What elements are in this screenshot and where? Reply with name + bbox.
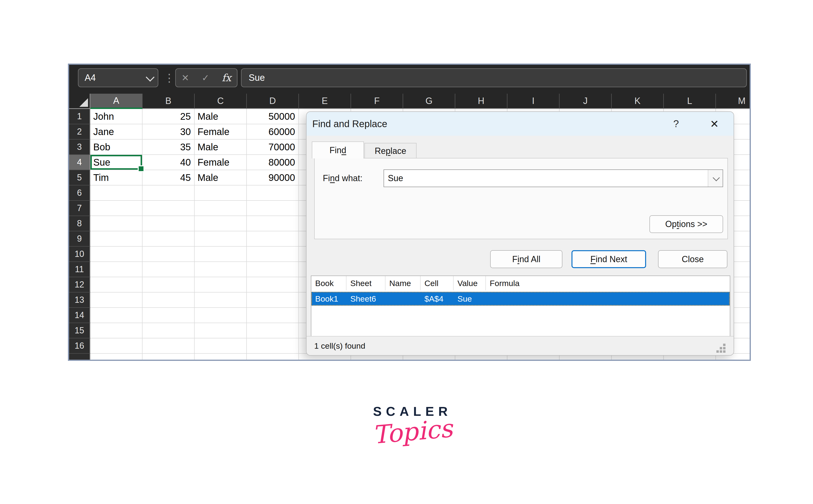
row-header-7[interactable]: 7 <box>69 201 90 216</box>
row-header-5[interactable]: 5 <box>69 170 90 185</box>
cell-A5[interactable]: Tim <box>90 170 142 185</box>
column-header-I[interactable]: I <box>508 94 560 109</box>
results-column-formula[interactable]: Formula <box>486 276 729 290</box>
function-icon[interactable]: fx <box>222 72 231 84</box>
column-header-C[interactable]: C <box>195 94 247 109</box>
find-what-combobox[interactable]: Sue <box>383 169 723 187</box>
column-header-H[interactable]: H <box>455 94 508 109</box>
close-icon[interactable]: ✕ <box>710 118 719 130</box>
chevron-down-icon[interactable] <box>146 73 154 81</box>
cell-A1[interactable]: John <box>90 109 142 124</box>
cell-D16[interactable] <box>247 338 299 354</box>
column-header-F[interactable]: F <box>351 94 403 109</box>
cell-D14[interactable] <box>247 308 299 323</box>
cell-D7[interactable] <box>247 201 299 216</box>
cell-B13[interactable] <box>142 293 195 308</box>
cell-B4[interactable]: 40 <box>142 155 195 170</box>
cell-D12[interactable] <box>247 277 299 293</box>
row-header-3[interactable]: 3 <box>69 140 90 155</box>
cell-B7[interactable] <box>142 201 195 216</box>
cell-B3[interactable]: 35 <box>142 140 195 155</box>
cell-C8[interactable] <box>195 216 247 231</box>
cell-C6[interactable] <box>195 185 247 201</box>
help-icon[interactable]: ? <box>673 118 679 130</box>
cell-D1[interactable]: 50000 <box>247 109 299 124</box>
cell-C2[interactable]: Female <box>195 124 247 140</box>
cell-B10[interactable] <box>142 247 195 262</box>
row-header-4[interactable]: 4 <box>69 155 90 170</box>
row-header-10[interactable]: 10 <box>69 247 90 262</box>
combo-dropdown-button[interactable] <box>708 170 723 187</box>
cell-A7[interactable] <box>90 201 142 216</box>
row-header-15[interactable]: 15 <box>69 323 90 338</box>
row-header-16[interactable]: 16 <box>69 338 90 354</box>
results-column-cell[interactable]: Cell <box>421 276 454 290</box>
cell-D13[interactable] <box>247 293 299 308</box>
cell-D15[interactable] <box>247 323 299 338</box>
resize-grip-icon[interactable] <box>716 344 726 353</box>
cell-A11[interactable] <box>90 262 142 277</box>
tab-replace[interactable]: Replace <box>364 143 417 158</box>
cell-C11[interactable] <box>195 262 247 277</box>
column-header-L[interactable]: L <box>664 94 716 109</box>
cell-C16[interactable] <box>195 338 247 354</box>
cell-C5[interactable]: Male <box>195 170 247 185</box>
results-column-value[interactable]: Value <box>454 276 486 290</box>
options-button[interactable]: Options >> <box>650 215 723 233</box>
cell-D11[interactable] <box>247 262 299 277</box>
name-box[interactable]: A4 <box>78 68 158 87</box>
column-header-E[interactable]: E <box>299 94 351 109</box>
drag-handle-icon[interactable]: ⋮ <box>164 68 174 87</box>
cell-A4[interactable]: Sue <box>90 155 142 170</box>
cancel-icon[interactable]: ✕ <box>181 73 189 83</box>
dialog-titlebar[interactable]: Find and Replace ? ✕ <box>306 112 734 136</box>
cell-D10[interactable] <box>247 247 299 262</box>
cell-A14[interactable] <box>90 308 142 323</box>
cell-C12[interactable] <box>195 277 247 293</box>
results-column-name[interactable]: Name <box>385 276 421 290</box>
cell-C10[interactable] <box>195 247 247 262</box>
confirm-icon[interactable]: ✓ <box>201 73 209 83</box>
cell-A3[interactable]: Bob <box>90 140 142 155</box>
cell-A8[interactable] <box>90 216 142 231</box>
row-header-13[interactable]: 13 <box>69 293 90 308</box>
cell-C4[interactable]: Female <box>195 155 247 170</box>
cell-A13[interactable] <box>90 293 142 308</box>
cell-D3[interactable]: 70000 <box>247 140 299 155</box>
cell-B6[interactable] <box>142 185 195 201</box>
cell-Dx[interactable] <box>247 354 299 360</box>
results-column-book[interactable]: Book <box>311 276 346 290</box>
cell-A9[interactable] <box>90 231 142 247</box>
cell-D4[interactable]: 80000 <box>247 155 299 170</box>
row-header-2[interactable]: 2 <box>69 124 90 140</box>
cell-D8[interactable] <box>247 216 299 231</box>
row-header-9[interactable]: 9 <box>69 231 90 247</box>
cell-B14[interactable] <box>142 308 195 323</box>
find-all-button[interactable]: Find All <box>490 250 563 268</box>
close-button[interactable]: Close <box>658 250 727 268</box>
cell-C14[interactable] <box>195 308 247 323</box>
cell-C3[interactable]: Male <box>195 140 247 155</box>
cell-Bx[interactable] <box>142 354 195 360</box>
find-next-button[interactable]: Find Next <box>572 250 646 268</box>
cell-Cx[interactable] <box>195 354 247 360</box>
cell-Ax[interactable] <box>90 354 142 360</box>
cell-B5[interactable]: 45 <box>142 170 195 185</box>
cell-C7[interactable] <box>195 201 247 216</box>
cell-A12[interactable] <box>90 277 142 293</box>
select-all-button[interactable] <box>69 94 90 109</box>
column-header-D[interactable]: D <box>247 94 299 109</box>
cell-D6[interactable] <box>247 185 299 201</box>
cell-B2[interactable]: 30 <box>142 124 195 140</box>
cell-C1[interactable]: Male <box>195 109 247 124</box>
cell-D5[interactable]: 90000 <box>247 170 299 185</box>
cell-B8[interactable] <box>142 216 195 231</box>
cell-C15[interactable] <box>195 323 247 338</box>
column-header-B[interactable]: B <box>142 94 195 109</box>
column-header-J[interactable]: J <box>560 94 612 109</box>
row-header-8[interactable]: 8 <box>69 216 90 231</box>
cell-B12[interactable] <box>142 277 195 293</box>
row-header-12[interactable]: 12 <box>69 277 90 293</box>
column-header-A[interactable]: A <box>90 94 142 109</box>
results-column-sheet[interactable]: Sheet <box>346 276 385 290</box>
